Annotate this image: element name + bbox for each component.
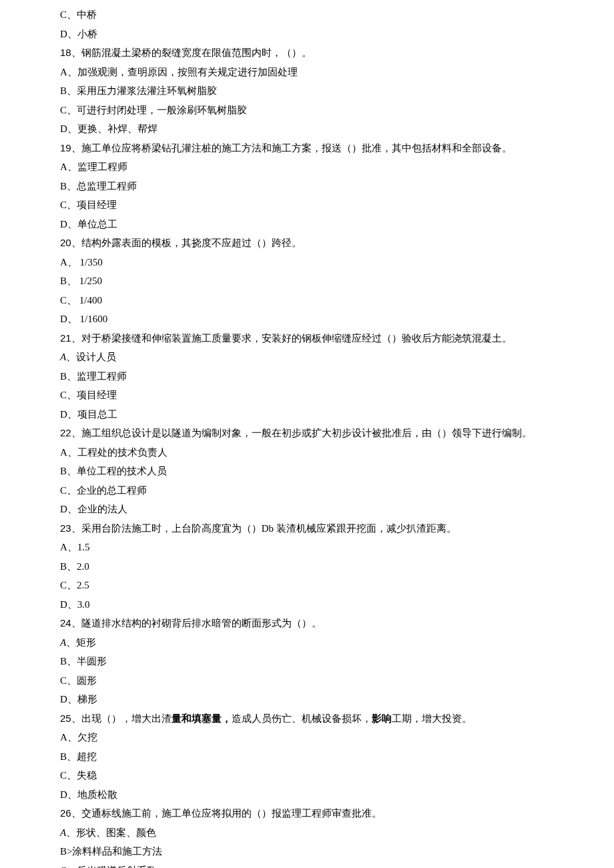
text-line: C、中桥 [60, 5, 614, 25]
text-fragment: B、超挖 [60, 751, 97, 762]
text-fragment: B、单位工程的技术人员 [60, 466, 167, 476]
text-fragment: D、企业的法人 [60, 504, 127, 514]
text-fragment: C、项目经理 [60, 390, 117, 400]
text-fragment: D、 1/1600 [60, 314, 107, 324]
text-fragment: A、1.5 [60, 542, 90, 552]
question-number: 21 [60, 332, 71, 344]
text-fragment: 影响 [372, 713, 392, 724]
text-fragment: 造成人员伤亡、机械设备损坏， [232, 713, 372, 724]
text-fragment: 、出现（），增大出渣 [71, 713, 172, 724]
text-fragment: C、中桥 [60, 9, 97, 20]
text-line: 26、交通标线施工前，施工单位应将拟用的（）报监理工程师审查批准。 [60, 804, 614, 823]
text-line: 25、出现（），增大出渣量和填塞量，造成人员伤亡、机械设备损坏，影响工期，增大投… [60, 709, 614, 729]
text-fragment: A、 1/350 [60, 257, 103, 268]
text-fragment: C、可进行封闭处理，一般涂刷环氧树脂胶 [60, 105, 247, 115]
text-line: B、监理工程师 [60, 367, 614, 386]
text-fragment: C、反光膜逆反射系数 [60, 865, 157, 869]
question-number: 20 [60, 237, 71, 248]
text-line: 22、施工组织总设计是以隧道为编制对象，一般在初步或扩大初步设计被批准后，由（）… [60, 424, 614, 443]
text-fragment: D、梯形 [60, 694, 97, 705]
text-line: D、 1/1600 [60, 310, 614, 329]
text-line: B>涂料样品和施工方法 [60, 842, 614, 861]
question-number: 19 [60, 142, 71, 153]
text-line: 24、隧道排水结构的衬砌背后排水暗管的断面形式为（）。 [60, 614, 614, 633]
text-line: B、 1/250 [60, 272, 614, 291]
text-fragment: B>涂料样品和施工方法 [60, 846, 162, 857]
text-line: C、反光膜逆反射系数 [60, 861, 614, 869]
text-line: D、企业的法人 [60, 500, 614, 519]
text-line: B、采用压力灌浆法灌注环氧树脂胶 [60, 81, 614, 101]
text-fragment: 、对于桥梁接缝和伸缩装置施工质量要求，安装好的钢板伸缩缝应经过（）验收后方能浇筑… [71, 333, 512, 344]
text-fragment: 、施工组织总设计是以隧道为编制对象，一般在初步或扩大初步设计被批准后，由（）领导… [71, 428, 532, 438]
text-line: D、更换、补焊、帮焊 [60, 119, 614, 139]
text-fragment: D、3.0 [60, 599, 90, 610]
text-fragment: C、失稳 [60, 770, 97, 781]
text-fragment: D、地质松散 [60, 789, 117, 800]
text-fragment: A、监理工程师 [60, 161, 127, 172]
text-line: D、地质松散 [60, 785, 614, 805]
text-line: D、梯形 [60, 690, 614, 709]
text-fragment: 、形状、图案、颜色 [66, 827, 156, 838]
option-letter: A [60, 352, 66, 362]
text-fragment: 量和填塞量， [172, 713, 232, 724]
text-line: A、欠挖 [60, 728, 614, 747]
text-line: A、设计人员 [60, 348, 614, 367]
text-line: B、单位工程的技术人员 [60, 462, 614, 481]
text-fragment: D、更换、补焊、帮焊 [60, 123, 158, 134]
question-number: 24 [60, 617, 71, 628]
text-line: 20、结构外露表面的模板，其挠度不应超过（）跨径。 [60, 234, 614, 253]
option-letter: A [60, 637, 66, 648]
text-fragment: C、项目经理 [60, 199, 117, 210]
text-line: 21、对于桥梁接缝和伸缩装置施工质量要求，安装好的钢板伸缩缝应经过（）验收后方能… [60, 329, 614, 348]
text-line: 19、施工单位应将桥梁钻孔灌注桩的施工方法和施工方案，报送（）批准，其中包括材料… [60, 139, 614, 158]
text-line: C、项目经理 [60, 195, 614, 215]
text-line: A、监理工程师 [60, 157, 614, 177]
document-content: C、中桥D、小桥18、钢筋混凝土梁桥的裂缝宽度在限值范围内时，（）。A、加强观测… [60, 5, 614, 868]
text-fragment: C、企业的总工程师 [60, 485, 147, 496]
text-fragment: D、项目总工 [60, 409, 117, 420]
text-line: A、1.5 [60, 538, 614, 557]
question-number: 22 [60, 427, 71, 438]
text-fragment: B、监理工程师 [60, 371, 127, 382]
text-fragment: A、加强观测，查明原因，按照有关规定进行加固处理 [60, 67, 298, 77]
text-line: A、 1/350 [60, 253, 614, 272]
text-line: B、总监理工程师 [60, 177, 614, 196]
text-line: D、小桥 [60, 25, 614, 44]
text-line: D、3.0 [60, 595, 614, 614]
text-fragment: 工期，增大投资。 [392, 713, 472, 724]
text-line: A、加强观测，查明原因，按照有关规定进行加固处理 [60, 63, 614, 82]
text-line: B、半圆形 [60, 652, 614, 671]
text-fragment: 、采用台阶法施工时，上台阶高度宜为（）Db 装渣机械应紧跟开挖面，减少扒渣距离。 [71, 523, 456, 534]
option-letter: A [60, 827, 66, 838]
text-fragment: B、总监理工程师 [60, 181, 137, 191]
text-fragment: A、欠挖 [60, 732, 97, 743]
text-fragment: 、钢筋混凝土梁桥的裂缝宽度在限值范围内时，（）。 [71, 47, 312, 58]
text-line: 18、钢筋混凝土梁桥的裂缝宽度在限值范围内时，（）。 [60, 43, 614, 63]
text-line: A、形状、图案、颜色 [60, 823, 614, 843]
text-line: B、超挖 [60, 747, 614, 767]
text-line: A、矩形 [60, 633, 614, 653]
text-fragment: A、工程处的技术负责人 [60, 447, 168, 458]
text-fragment: C、2.5 [60, 580, 89, 590]
text-fragment: B、采用压力灌浆法灌注环氧树脂胶 [60, 85, 217, 96]
text-fragment: D、单位总工 [60, 219, 117, 230]
text-line: C、 1/400 [60, 291, 614, 310]
text-fragment: C、 1/400 [60, 295, 102, 306]
text-fragment: B、半圆形 [60, 656, 107, 667]
text-line: 23、采用台阶法施工时，上台阶高度宜为（）Db 装渣机械应紧跟开挖面，减少扒渣距… [60, 519, 614, 538]
text-fragment: 、隧道排水结构的衬砌背后排水暗管的断面形式为（）。 [71, 618, 322, 628]
text-line: C、失稳 [60, 766, 614, 785]
text-line: D、单位总工 [60, 215, 614, 234]
question-number: 18 [60, 47, 71, 58]
text-fragment: 、施工单位应将桥梁钻孔灌注桩的施工方法和施工方案，报送（）批准，其中包括材料和全… [71, 143, 512, 153]
text-line: D、项目总工 [60, 405, 614, 424]
text-line: C、企业的总工程师 [60, 481, 614, 500]
text-fragment: 、结构外露表面的模板，其挠度不应超过（）跨径。 [71, 238, 302, 248]
text-fragment: C、圆形 [60, 675, 97, 686]
text-fragment: 、矩形 [66, 637, 96, 648]
text-line: C、2.5 [60, 576, 614, 595]
text-fragment: 、设计人员 [66, 352, 116, 362]
text-line: C、可进行封闭处理，一般涂刷环氧树脂胶 [60, 101, 614, 120]
text-line: C、圆形 [60, 671, 614, 691]
text-fragment: B、2.0 [60, 561, 89, 572]
